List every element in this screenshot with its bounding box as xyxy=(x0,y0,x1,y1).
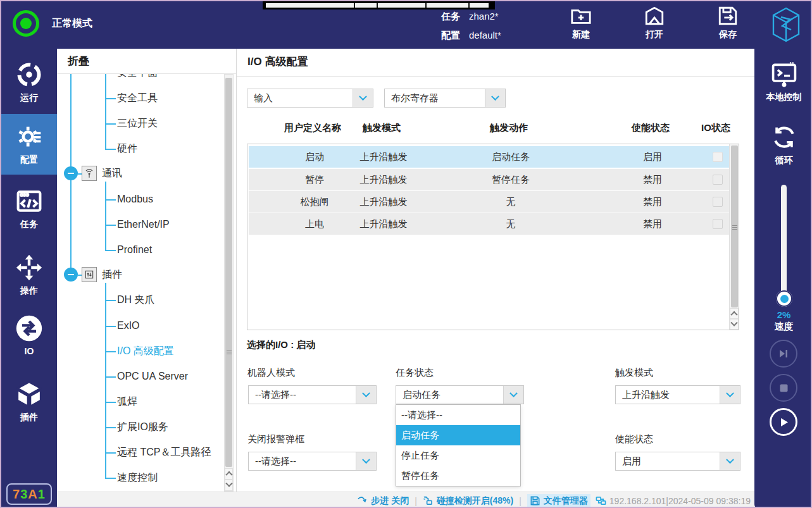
stop-icon xyxy=(779,383,789,393)
robot-mode-status: 正常模式 xyxy=(13,10,92,37)
io-type-select[interactable]: 输入 xyxy=(247,89,373,108)
new-button-label: 新建 xyxy=(572,29,590,40)
loop-label: 循环 xyxy=(775,155,793,166)
tree-connector xyxy=(105,478,116,479)
robot-mode-select[interactable]: --请选择-- xyxy=(248,385,377,404)
tree-item-speed-control[interactable]: 速度控制 xyxy=(117,470,158,485)
tree-item-modbus[interactable]: Modbus xyxy=(117,192,153,207)
task-label: 任务 xyxy=(441,11,460,22)
table-row-pause[interactable]: 暂停 上升沿触发 暂停任务 禁用 xyxy=(249,169,729,190)
page-title: I/O 高级配置 xyxy=(247,54,308,69)
ip-time-value: 192.168.2.101|2024-05-09 09:38:19 xyxy=(609,496,751,506)
trigger-mode-select[interactable]: 上升沿触发 xyxy=(615,385,740,404)
tree-scroll-up-button[interactable] xyxy=(225,468,233,480)
sidebar-item-io[interactable]: IO xyxy=(1,310,57,361)
top-actions: 新建 打开 保存 xyxy=(558,5,751,40)
collapse-minus-icon[interactable] xyxy=(64,166,78,180)
tree-item-io-advanced-config[interactable]: I/O 高级配置 xyxy=(117,344,174,359)
sidebar-item-config[interactable]: 配置 xyxy=(1,114,57,175)
table-scroll-down-button[interactable] xyxy=(730,319,739,330)
app-window: 正常模式 任务zhan2* 配置default* 新建 打开 保存 xyxy=(0,0,812,508)
tree-scrollbar-thumb[interactable] xyxy=(225,78,232,467)
tree-connector xyxy=(105,182,106,251)
step-arrow-icon xyxy=(357,495,368,506)
dropdown-option-please-select[interactable]: --请选择-- xyxy=(396,405,520,425)
tree-item-safety-tool[interactable]: 安全工具 xyxy=(117,90,158,106)
tree-scroll-down-button[interactable] xyxy=(225,480,233,491)
loop-icon xyxy=(770,123,798,151)
stop-button[interactable] xyxy=(770,374,797,402)
tree-item-opc-ua-server[interactable]: OPC UA Server xyxy=(117,369,188,384)
open-file-icon xyxy=(644,5,665,27)
config-tree-panel: 折叠 安全平面 安全工具 三位开关 xyxy=(57,49,237,492)
tree-item-dh-gripper[interactable]: DH 夹爪 xyxy=(117,292,155,307)
register-type-select[interactable]: 布尔寄存器 xyxy=(384,89,506,108)
speed-slider-knob[interactable] xyxy=(776,290,792,307)
tree-connector xyxy=(105,283,106,478)
play-button[interactable] xyxy=(770,408,797,436)
top-bar: 正常模式 任务zhan2* 配置default* 新建 打开 保存 xyxy=(1,1,812,49)
tree-connector xyxy=(105,225,116,226)
open-button[interactable]: 打开 xyxy=(632,5,677,40)
table-scroll-up-button[interactable] xyxy=(730,308,739,319)
tree-connector xyxy=(105,351,116,352)
loop-button[interactable]: 循环 xyxy=(754,123,812,166)
tree-item-ethernet-ip[interactable]: EtherNet/IP xyxy=(117,217,170,232)
sidebar-item-task[interactable]: 任务 xyxy=(1,183,57,234)
table-scrollbar-thumb[interactable] xyxy=(731,146,738,307)
io-state-checkbox[interactable] xyxy=(713,152,723,162)
dropdown-option-stop-task[interactable]: 停止任务 xyxy=(396,445,520,466)
plugins-io-icon xyxy=(82,267,97,282)
tree-scrollbar[interactable] xyxy=(224,74,234,492)
io-state-checkbox[interactable] xyxy=(713,197,723,207)
sidebar-item-plugin[interactable]: 插件 xyxy=(1,376,57,427)
dropdown-option-pause-task[interactable]: 暂停任务 xyxy=(396,466,520,486)
table-row-release-brake[interactable]: 松抱闸 上升沿触发 无 禁用 xyxy=(249,191,729,213)
step-mode-toggle[interactable]: 步进 关闭 xyxy=(357,495,409,507)
save-button[interactable]: 保存 xyxy=(705,5,751,40)
sidebar-item-config-label: 配置 xyxy=(20,154,38,166)
status-code-badge[interactable]: 73A1 xyxy=(6,483,52,505)
speed-slider-track[interactable] xyxy=(781,185,787,295)
collapse-minus-icon[interactable] xyxy=(64,268,78,282)
play-icon xyxy=(778,417,789,428)
tree-item-exio[interactable]: ExIO xyxy=(117,318,140,333)
close-alarm-select[interactable]: --请选择-- xyxy=(248,452,377,471)
io-state-checkbox[interactable] xyxy=(713,219,723,229)
sidebar-item-operate[interactable]: 操作 xyxy=(1,250,57,300)
sidebar-item-run[interactable]: 运行 xyxy=(1,57,57,108)
dropdown-option-start-task[interactable]: 启动任务 xyxy=(396,425,520,445)
collision-detect-toggle[interactable]: 碰撞检测开启(48%) xyxy=(423,495,513,507)
tree-item-extended-io-service[interactable]: 扩展IO服务 xyxy=(117,419,168,435)
tree-collapse-header[interactable]: 折叠 xyxy=(57,49,236,74)
table-row-power-on[interactable]: 上电 上升沿触发 无 禁用 xyxy=(249,213,729,235)
task-state-select[interactable]: 启动任务 xyxy=(396,385,524,404)
config-label: 配置 xyxy=(441,30,460,40)
table-scrollbar[interactable] xyxy=(729,144,739,330)
status-code-char: 3 xyxy=(20,487,28,502)
code-window-icon xyxy=(15,187,43,215)
tree-item-remote-tcp-tool-path[interactable]: 远程 TCP＆工具路径 xyxy=(117,445,211,460)
sidebar-item-run-label: 运行 xyxy=(20,92,38,104)
chevron-down-icon xyxy=(356,386,376,404)
save-button-label: 保存 xyxy=(719,29,737,40)
table-row-start[interactable]: 启动 上升沿触发 启动任务 启用 xyxy=(249,146,729,168)
step-next-button[interactable] xyxy=(770,340,797,368)
tree-item-hardware[interactable]: 硬件 xyxy=(117,141,137,156)
tree-item-arc-welding[interactable]: 弧焊 xyxy=(117,394,137,409)
tree-item-profinet[interactable]: Profinet xyxy=(117,242,152,257)
brand-logo-icon xyxy=(766,4,806,45)
tree-item-three-position-switch[interactable]: 三位开关 xyxy=(117,116,158,131)
move-icon xyxy=(15,254,43,282)
local-control-button[interactable]: 本地控制 xyxy=(754,60,812,103)
tree-node-communication[interactable]: 通讯 xyxy=(64,166,122,181)
file-manager-button[interactable]: 文件管理器 xyxy=(527,494,590,508)
io-state-checkbox[interactable] xyxy=(713,175,723,185)
robot-mode-label: 机器人模式 xyxy=(247,367,295,379)
tree-node-plugins[interactable]: 插件 xyxy=(64,267,122,282)
new-button[interactable]: 新建 xyxy=(558,5,604,40)
statusbar-separator: | xyxy=(519,496,522,506)
enable-state-label: 使能状态 xyxy=(615,433,653,445)
tree-item-safety-plane[interactable]: 安全平面 xyxy=(117,74,158,80)
enable-state-select[interactable]: 启用 xyxy=(615,452,740,471)
